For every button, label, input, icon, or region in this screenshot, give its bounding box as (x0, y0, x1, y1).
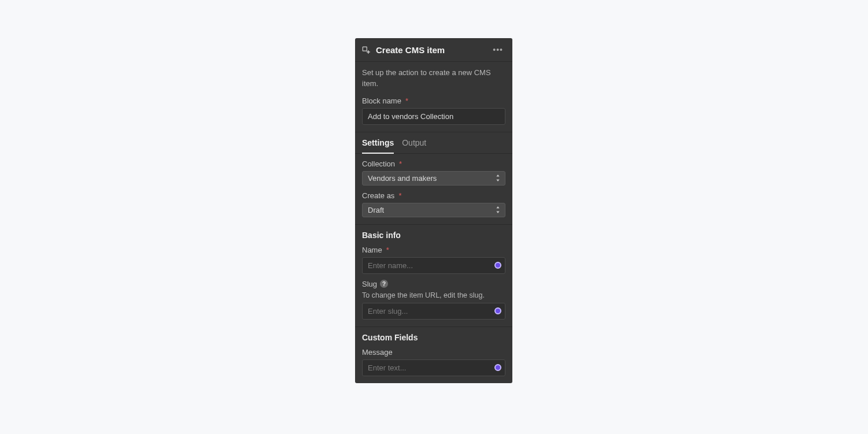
insert-variable-button[interactable] (494, 364, 501, 371)
intro-description: Set up the action to create a new CMS it… (362, 68, 505, 90)
collection-value: Vendors and makers (368, 174, 437, 183)
slug-field: Slug ? To change the item URL, edit the … (362, 280, 505, 320)
insert-variable-button[interactable] (494, 262, 501, 269)
tabs-row: Settings Output (355, 132, 512, 154)
panel-title: Create CMS item (376, 45, 485, 55)
required-indicator: * (386, 246, 389, 254)
custom-fields-section: Custom Fields Message (355, 327, 512, 383)
basic-info-title: Basic info (362, 231, 505, 240)
basic-info-section: Basic info Name* Slug ? To change the it… (355, 225, 512, 327)
insert-variable-button[interactable] (494, 307, 501, 314)
panel-header: Create CMS item ••• (355, 38, 512, 62)
block-name-field: Block name* (362, 97, 505, 125)
block-name-label: Block name* (362, 97, 505, 105)
tab-output[interactable]: Output (402, 138, 426, 153)
slug-label: Slug ? (362, 280, 505, 288)
required-indicator: * (398, 191, 401, 200)
chevron-up-down-icon (495, 206, 501, 213)
svg-rect-0 (363, 47, 367, 51)
intro-section: Set up the action to create a new CMS it… (355, 62, 512, 132)
create-as-select[interactable]: Draft (362, 203, 505, 217)
message-input[interactable] (362, 359, 505, 376)
name-input[interactable] (362, 257, 505, 274)
custom-fields-title: Custom Fields (362, 333, 505, 342)
required-indicator: * (405, 97, 408, 105)
create-cms-item-panel: Create CMS item ••• Set up the action to… (355, 38, 512, 383)
name-field: Name* (362, 246, 505, 274)
slug-input[interactable] (362, 303, 505, 320)
required-indicator: * (399, 159, 402, 168)
help-icon[interactable]: ? (380, 280, 388, 288)
message-label: Message (362, 348, 505, 357)
block-name-input[interactable] (362, 108, 505, 125)
cms-item-icon (362, 46, 370, 54)
name-label: Name* (362, 246, 505, 254)
create-as-label: Create as* (362, 191, 505, 200)
slug-helper-text: To change the item URL, edit the slug. (362, 291, 505, 299)
collection-select[interactable]: Vendors and makers (362, 171, 505, 186)
collection-label: Collection* (362, 159, 505, 168)
settings-section: Collection* Vendors and makers Create as… (355, 154, 512, 225)
create-as-field: Create as* Draft (362, 191, 505, 217)
collection-field: Collection* Vendors and makers (362, 159, 505, 186)
chevron-up-down-icon (495, 175, 501, 181)
more-options-button[interactable]: ••• (490, 44, 505, 55)
svg-point-1 (368, 51, 369, 53)
tab-settings[interactable]: Settings (362, 138, 394, 153)
create-as-value: Draft (368, 206, 384, 214)
